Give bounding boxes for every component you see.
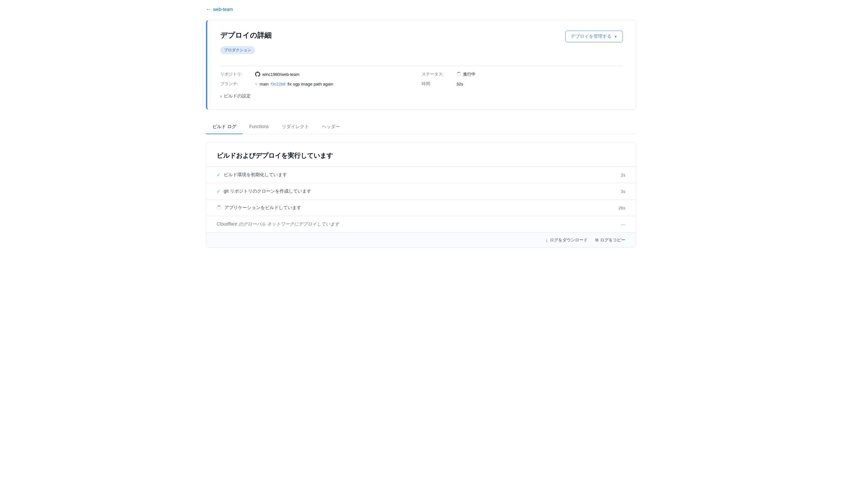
tab-build-log[interactable]: ビルド ログ bbox=[206, 120, 243, 134]
tabs-list: ビルド ログ Functions リダイレクト ヘッダー bbox=[206, 120, 636, 134]
manage-deploy-label: デプロイを管理する bbox=[571, 34, 612, 39]
repo-label: リポジトリ: bbox=[220, 71, 252, 77]
copy-log-button[interactable]: ⧉ ログをコピー bbox=[595, 237, 625, 243]
log-steps: ✓ ビルド環境を初期化しています 2s ✓ git リポジトリのクローンを作成し… bbox=[206, 166, 636, 232]
download-icon: ↓ bbox=[546, 238, 548, 242]
download-log-button[interactable]: ↓ ログをダウンロード bbox=[546, 237, 588, 243]
status-row: ステータス: 進行中 bbox=[422, 71, 623, 77]
log-step-3-left: アプリケーションをビルドしています bbox=[217, 205, 301, 211]
step-time-3: 26s bbox=[618, 205, 625, 210]
chevron-right-icon: › bbox=[220, 94, 222, 99]
branch-label: ブランチ: bbox=[220, 81, 252, 87]
tabs-container: ビルド ログ Functions リダイレクト ヘッダー bbox=[206, 120, 636, 134]
branch-value: ⑂ main f3c22b8 fix ogp image path again bbox=[255, 82, 333, 87]
step-time-1: 2s bbox=[621, 173, 625, 178]
status-spinner-icon bbox=[457, 72, 461, 76]
spinner-icon-3 bbox=[217, 205, 221, 210]
tab-functions[interactable]: Functions bbox=[243, 120, 275, 134]
deploy-title: デプロイの詳細 bbox=[220, 31, 271, 40]
tab-headers[interactable]: ヘッダー bbox=[315, 120, 347, 134]
build-log-header: ビルドおよびデプロイを実行しています bbox=[206, 142, 636, 166]
repo-value: winc1980/web-team bbox=[255, 72, 300, 77]
deploy-card-header: デプロイの詳細 デプロイを管理する ▼ bbox=[220, 31, 623, 42]
log-step-4-left: Cloudflare のグローバル ネットワークにデプロイしています bbox=[217, 221, 339, 227]
production-badge: プロダクション bbox=[220, 46, 255, 54]
back-link-label: web-team bbox=[213, 7, 233, 12]
log-step-2: ✓ git リポジトリのクローンを作成しています 3s bbox=[206, 183, 636, 200]
build-settings-label: ビルドの設定 bbox=[224, 93, 251, 99]
step-text-2: git リポジトリのクローンを作成しています bbox=[224, 188, 311, 194]
check-icon-1: ✓ bbox=[217, 172, 221, 178]
back-arrow-icon: ← bbox=[206, 6, 211, 12]
time-label: 時間: bbox=[422, 81, 454, 87]
build-log-title: ビルドおよびデプロイを実行しています bbox=[217, 151, 625, 160]
download-log-label: ログをダウンロード bbox=[550, 237, 587, 243]
chevron-down-icon: ▼ bbox=[614, 35, 617, 38]
step-dash-4: — bbox=[621, 222, 625, 227]
copy-icon: ⧉ bbox=[595, 237, 598, 242]
log-step-1: ✓ ビルド環境を初期化しています 2s bbox=[206, 167, 636, 183]
repo-row: リポジトリ: winc1980/web-team bbox=[220, 71, 422, 77]
status-label: ステータス: bbox=[422, 71, 454, 77]
back-link[interactable]: ← web-team bbox=[206, 6, 233, 12]
check-icon-2: ✓ bbox=[217, 189, 221, 194]
repo-name: winc1980/web-team bbox=[262, 72, 300, 77]
deploy-details-card: デプロイの詳細 デプロイを管理する ▼ プロダクション リポジトリ: winc1… bbox=[206, 20, 636, 110]
log-step-2-left: ✓ git リポジトリのクローンを作成しています bbox=[217, 188, 311, 194]
step-text-1: ビルド環境を初期化しています bbox=[224, 172, 287, 178]
status-text: 進行中 bbox=[463, 71, 476, 77]
log-step-4: Cloudflare のグローバル ネットワークにデプロイしています — bbox=[206, 216, 636, 232]
build-log-card: ビルドおよびデプロイを実行しています ✓ ビルド環境を初期化しています 2s ✓… bbox=[206, 142, 636, 248]
commit-link[interactable]: f3c22b8 bbox=[270, 82, 285, 87]
tab-redirects[interactable]: リダイレクト bbox=[275, 120, 315, 134]
step-text-4: Cloudflare のグローバル ネットワークにデプロイしています bbox=[217, 221, 339, 227]
time-value: 32s bbox=[457, 82, 463, 87]
divider bbox=[220, 66, 623, 66]
branch-name: main bbox=[260, 82, 269, 87]
copy-log-label: ログをコピー bbox=[600, 237, 625, 243]
time-row: 時間: 32s bbox=[422, 81, 623, 87]
log-step-3: アプリケーションをビルドしています 26s bbox=[206, 200, 636, 216]
github-icon bbox=[255, 72, 260, 77]
branch-icon: ⑂ bbox=[255, 82, 258, 87]
build-settings-toggle[interactable]: › ビルドの設定 bbox=[220, 93, 623, 99]
branch-row: ブランチ: ⑂ main f3c22b8 fix ogp image path … bbox=[220, 81, 422, 87]
commit-message: fix ogp image path again bbox=[287, 82, 333, 87]
log-footer: ↓ ログをダウンロード ⧉ ログをコピー bbox=[206, 232, 636, 248]
step-time-2: 3s bbox=[621, 189, 625, 194]
manage-deploy-button[interactable]: デプロイを管理する ▼ bbox=[565, 31, 623, 42]
deploy-meta: リポジトリ: winc1980/web-team ブランチ: ⑂ main f3… bbox=[220, 71, 623, 87]
log-step-1-left: ✓ ビルド環境を初期化しています bbox=[217, 172, 287, 178]
status-value: 進行中 bbox=[457, 71, 476, 77]
step-text-3: アプリケーションをビルドしています bbox=[224, 205, 301, 211]
